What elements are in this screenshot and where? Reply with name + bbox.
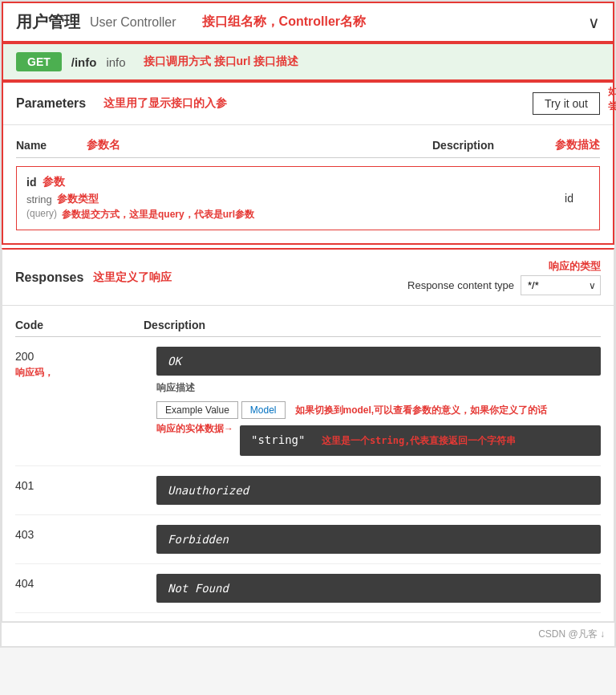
parameters-header: Parameters 这里用了显示接口的入参 Try it out 如果点击这里… — [3, 83, 613, 125]
response-row-200: 200 响应码， OK 响应描述 — [15, 337, 601, 466]
response-type-select-wrapper[interactable]: */* — [521, 275, 601, 295]
example-value-box: "string" 这里是一个string,代表直接返回一个字符串 — [240, 425, 601, 456]
parameters-annotation: 这里用了显示接口的入参 — [103, 96, 227, 111]
params-columns: Name 参数名 Description 参数描述 — [16, 133, 600, 158]
col-desc-label: Description — [432, 139, 494, 152]
response-code-401: 401 — [15, 476, 144, 492]
response-desc-200: OK 响应描述 Example Value Model 如果切换到model,可… — [156, 347, 601, 456]
response-notfound-box: Not Found — [156, 574, 601, 603]
tabs-annotation: 如果切换到model,可以查看参数的意义，如果你定义了的话 — [295, 404, 548, 417]
controller-annotation: 接口组名称，Controller名称 — [202, 14, 366, 30]
response-code-404: 404 — [15, 574, 144, 590]
parameters-section: Parameters 这里用了显示接口的入参 Try it out 如果点击这里… — [2, 81, 614, 245]
entity-value-annotation: 这里是一个string,代表直接返回一个字符串 — [322, 435, 517, 446]
response-code-annotation: 响应码， — [15, 366, 144, 380]
col-name-label: Name — [16, 139, 80, 152]
param-id-label: id — [26, 176, 36, 189]
responses-section: Responses 这里定义了响应 响应的类型 Response content… — [2, 248, 614, 622]
entity-value: "string" — [251, 433, 305, 446]
response-desc-401: Unauthorized — [156, 476, 601, 505]
response-forbidden-box: Forbidden — [156, 525, 601, 554]
parameters-label: Parameters — [16, 96, 86, 111]
responses-label: Responses — [15, 270, 83, 285]
parameters-table: Name 参数名 Description 参数描述 id 参数 string — [3, 125, 613, 243]
endpoint-path: /info — [71, 55, 97, 69]
param-id-annotation: 参数 — [43, 175, 65, 189]
example-value-tab[interactable]: Example Value — [156, 401, 238, 419]
try-annotation: 如果点击这里就可以在页面中尝试调用接口，后图再讲 — [608, 84, 616, 113]
response-code-200: 200 响应码， — [15, 347, 144, 380]
endpoint-name: info — [106, 55, 125, 69]
response-row-404: 404 Not Found — [15, 564, 601, 613]
entity-annotation: 响应的实体数据→ — [156, 422, 233, 436]
param-query: (query) — [26, 208, 57, 219]
model-tab[interactable]: Model — [241, 401, 286, 419]
response-ok-box: OK — [156, 347, 601, 376]
response-desc-annotation: 响应描述 — [156, 382, 195, 393]
try-it-out-button[interactable]: Try it out — [533, 92, 600, 115]
param-left: id 参数 string 参数类型 (query) 参数提交方式，这里是quer… — [26, 175, 254, 222]
method-badge[interactable]: GET — [16, 52, 62, 71]
col-name-annotation: 参数名 — [87, 138, 120, 152]
response-row-401: 401 Unauthorized — [15, 466, 601, 515]
col-code-label: Code — [15, 319, 144, 331]
col-desc-annotation: 参数描述 — [555, 138, 600, 152]
page-footer: CSDN @凡客 ↓ — [2, 622, 614, 646]
endpoint-row: GET /info info 接口调用方式 接口url 接口描述 — [2, 43, 614, 81]
response-row-403: 403 Forbidden — [15, 515, 601, 564]
param-query-annotation: 参数提交方式，这里是query，代表是url参数 — [62, 208, 254, 222]
response-type-annotation: 响应的类型 — [549, 259, 601, 274]
response-content-type-label: Response content type — [407, 279, 514, 291]
response-type-select[interactable]: */* — [521, 275, 601, 295]
response-desc-403: Forbidden — [156, 525, 601, 554]
param-entry-box: id 参数 string 参数类型 (query) 参数提交方式，这里是quer… — [16, 166, 600, 230]
chevron-icon[interactable]: ∨ — [588, 13, 600, 32]
responses-annotation: 这里定义了响应 — [93, 270, 172, 285]
response-unauthorized-box: Unauthorized — [156, 476, 601, 505]
param-type-annotation: 参数类型 — [57, 192, 99, 206]
response-code-403: 403 — [15, 525, 144, 541]
controller-title-en: User Controller — [90, 15, 176, 30]
controller-title-cn: 用户管理 — [16, 11, 80, 33]
response-desc-404: Not Found — [156, 574, 601, 603]
param-row: id 参数 string 参数类型 (query) 参数提交方式，这里是quer… — [26, 175, 590, 222]
col-description-label: Description — [144, 319, 601, 331]
controller-header: 用户管理 User Controller 接口组名称，Controller名称 … — [2, 2, 614, 43]
param-type: string — [26, 193, 52, 205]
param-description: id — [565, 192, 590, 205]
responses-columns: Code Description — [15, 314, 601, 337]
endpoint-annotation: 接口调用方式 接口url 接口描述 — [144, 55, 299, 69]
responses-table: Code Description 200 响应码， OK — [2, 306, 614, 621]
footer-text: CSDN @凡客 ↓ — [538, 628, 605, 640]
responses-header: Responses 这里定义了响应 响应的类型 Response content… — [2, 250, 614, 306]
